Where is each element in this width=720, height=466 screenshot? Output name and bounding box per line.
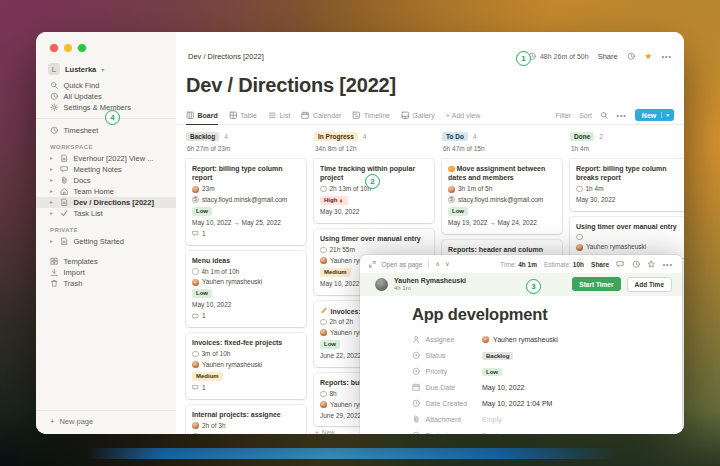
tracker-user-name: Yauhen Rymasheuski xyxy=(394,277,466,285)
share-button[interactable]: Share xyxy=(598,52,618,61)
star-outline-icon[interactable] xyxy=(647,260,656,269)
property-row-date-created[interactable]: Date CreatedMay 10, 2022 1:04 PM xyxy=(412,396,666,412)
expand-triangle-icon[interactable]: ▸ xyxy=(50,238,55,246)
property-value[interactable]: Empty xyxy=(482,432,502,434)
task-card[interactable]: Internal projects: assignee2h of 3hSstac… xyxy=(186,405,306,434)
card-property-row: May 10, 2022 xyxy=(192,301,300,309)
sidebar-item-quick-find[interactable]: Quick Find xyxy=(36,80,176,91)
sidebar-item-everhour-2022-view[interactable]: ▸Everhour [2022] View ... xyxy=(36,153,176,164)
property-value[interactable]: Yauhen rymasheuski xyxy=(482,336,558,343)
task-card[interactable]: Move assignment between dates and member… xyxy=(442,159,562,234)
column-card-count: 2 xyxy=(599,133,603,140)
board-column-backlog: Backlog46h 27m of 23mReport: billing typ… xyxy=(186,132,306,434)
property-value[interactable]: May 10, 2022 1:04 PM xyxy=(482,400,552,407)
property-label: Assignee xyxy=(412,335,476,344)
task-card[interactable]: Time tracking within popular project2h 1… xyxy=(314,159,434,223)
task-title[interactable]: App development xyxy=(412,305,666,324)
modal-share-button[interactable]: Share xyxy=(591,261,609,268)
breadcrumb[interactable]: Dev / Directions [2022] xyxy=(188,52,264,61)
property-name: Project xyxy=(426,432,448,434)
minimize-window-button[interactable] xyxy=(64,44,72,52)
property-value[interactable]: May 10, 2022 xyxy=(482,384,524,391)
task-card[interactable]: Report: billing type column breaks repor… xyxy=(570,159,684,211)
card-property-row: 1 xyxy=(192,230,300,238)
sidebar-item-label: Team Home xyxy=(74,187,114,197)
prev-record-icon[interactable]: ∧ xyxy=(435,260,440,268)
updates-clock-icon[interactable] xyxy=(627,52,636,61)
list-view-icon xyxy=(268,111,277,120)
new-page-button[interactable]: + New page xyxy=(36,410,176,434)
property-row-project[interactable]: ProjectEmpty xyxy=(412,428,666,435)
sidebar-item-task-list[interactable]: ▸Task List xyxy=(36,208,176,219)
start-timer-button[interactable]: Start Timer xyxy=(572,277,620,291)
tab-gallery[interactable]: Gallery xyxy=(401,106,435,124)
tab-table[interactable]: Table xyxy=(229,106,257,124)
property-row-assignee[interactable]: AssigneeYauhen rymasheuski xyxy=(412,332,666,348)
filter-button[interactable]: Filter xyxy=(556,112,572,119)
tab-timeline[interactable]: Timeline xyxy=(352,106,390,124)
card-property-row: Low xyxy=(192,289,300,298)
add-view-button[interactable]: + Add view xyxy=(446,112,481,119)
sidebar-item-all-updates[interactable]: All Updates xyxy=(36,91,176,102)
property-row-due-date[interactable]: Due DateMay 10, 2022 xyxy=(412,380,666,396)
comments-icon[interactable] xyxy=(616,260,625,269)
expand-triangle-icon[interactable]: ▸ xyxy=(50,188,55,196)
sidebar-item-timesheet[interactable]: Timesheet xyxy=(36,125,176,136)
more-options-icon[interactable]: ••• xyxy=(662,53,672,60)
workspace-switcher[interactable]: L Lusterka ▾ xyxy=(36,60,176,80)
avatar xyxy=(192,279,199,286)
tab-calendar[interactable]: Calendar xyxy=(301,106,341,124)
timer-circle-icon xyxy=(320,391,327,398)
property-value[interactable]: Low xyxy=(482,368,502,376)
everhour-time-badge[interactable]: 48h 26m of 50h xyxy=(528,52,588,61)
expand-triangle-icon[interactable]: ▸ xyxy=(50,199,55,207)
assignee-name: Yauhen rymasheuski xyxy=(202,361,262,369)
updates-clock-icon[interactable] xyxy=(632,260,641,269)
zoom-window-button[interactable] xyxy=(78,44,86,52)
property-row-status[interactable]: StatusBacklog xyxy=(412,348,666,364)
sidebar-item-docs[interactable]: ▸Docs xyxy=(36,175,176,186)
modal-more-icon[interactable]: ••• xyxy=(663,261,673,268)
sidebar-item-templates[interactable]: Templates xyxy=(36,256,176,267)
time-tracked[interactable]: Time: 4h 1m xyxy=(500,261,537,268)
new-item-button[interactable]: New ▾ xyxy=(635,109,674,121)
next-record-icon[interactable]: ∨ xyxy=(445,260,450,268)
sidebar-item-settings-members[interactable]: Settings & Members xyxy=(36,102,176,113)
tab-label: Table xyxy=(240,112,257,119)
property-value[interactable]: Backlog xyxy=(482,352,513,360)
toolbar-more-icon[interactable]: ••• xyxy=(616,112,626,119)
card-property-row: 23m xyxy=(192,185,300,193)
add-time-button[interactable]: Add Time xyxy=(627,277,673,292)
sidebar-item-trash[interactable]: Trash xyxy=(36,278,176,289)
sidebar-item-meeting-notes[interactable]: ▸Meeting Notes xyxy=(36,164,176,175)
property-row-priority[interactable]: PriorityLow xyxy=(412,364,666,380)
tab-list[interactable]: List xyxy=(268,106,290,124)
sidebar-item-import[interactable]: Import xyxy=(36,267,176,278)
expand-triangle-icon[interactable]: ▸ xyxy=(50,166,55,174)
column-time-total: 34h 8m of 12h xyxy=(315,145,434,152)
property-value[interactable]: Empty xyxy=(482,416,502,423)
task-card[interactable]: Invoices: fixed-fee projects3m of 10hYau… xyxy=(186,333,306,399)
estimate[interactable]: Estimate: 10h xyxy=(544,261,584,268)
sidebar-item-getting-started[interactable]: ▸Getting Started xyxy=(36,236,176,247)
expand-icon[interactable] xyxy=(368,260,377,269)
expand-triangle-icon[interactable]: ▸ xyxy=(50,155,55,163)
close-window-button[interactable] xyxy=(50,44,58,52)
favorite-star-icon[interactable] xyxy=(644,52,653,61)
expand-triangle-icon[interactable]: ▸ xyxy=(50,177,55,185)
sidebar-item-team-home[interactable]: ▸Team Home xyxy=(36,186,176,197)
task-card[interactable]: Report: billing type column report23mSst… xyxy=(186,159,306,245)
priority-badge: Low xyxy=(448,207,468,216)
chevron-down-icon[interactable]: ▾ xyxy=(661,112,669,118)
property-row-attachment[interactable]: AttachmentEmpty xyxy=(412,412,666,428)
tab-board[interactable]: Board xyxy=(186,106,218,124)
task-card[interactable]: Using timer over manual entryYauhen ryma… xyxy=(570,217,684,258)
column-header: To Do4 xyxy=(442,132,562,141)
sort-button[interactable]: Sort xyxy=(579,112,592,119)
sidebar-item-dev-directions-2022[interactable]: ▸Dev / Directions [2022] xyxy=(36,197,176,208)
task-card[interactable]: Menu ideas4h 1m of 10hYauhen rymasheuski… xyxy=(186,251,306,327)
open-as-page-button[interactable]: Open as page xyxy=(382,261,423,268)
search-icon[interactable] xyxy=(600,111,609,120)
expand-triangle-icon[interactable]: ▸ xyxy=(50,210,55,218)
property-text: May 10, 2022 xyxy=(482,384,524,391)
